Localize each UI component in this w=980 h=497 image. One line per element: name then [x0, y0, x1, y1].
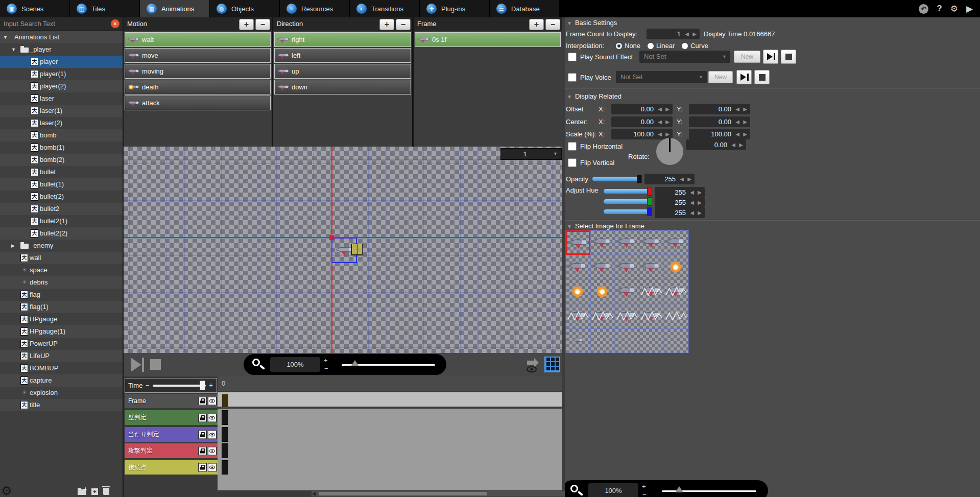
frame-image-cell[interactable]	[615, 279, 639, 304]
search-input[interactable]	[3, 18, 102, 29]
timeline-marker[interactable]	[222, 394, 228, 408]
tree-item-laser[interactable]: 大laser	[0, 92, 123, 105]
eye-button[interactable]	[208, 446, 217, 455]
motion-item-attack[interactable]: attack	[125, 96, 271, 110]
frame-image-cell[interactable]	[590, 255, 615, 279]
tab-scenes[interactable]: ▣Scenes	[0, 0, 70, 17]
spin-right-icon[interactable]: ▶	[743, 131, 747, 137]
frame-add-button[interactable]: +	[529, 19, 544, 30]
tracks-lane[interactable]	[218, 409, 562, 490]
frame-image-cell[interactable]	[615, 328, 639, 353]
flip-horizontal-checkbox[interactable]	[568, 142, 577, 151]
spin-right-icon[interactable]: ▶	[665, 131, 670, 137]
tree-item-title[interactable]: 大title	[0, 399, 123, 411]
tree-item-enemy[interactable]: ▶_enemy	[0, 240, 123, 252]
spin-left-icon[interactable]: ◀	[735, 106, 739, 112]
tree-item-player[interactable]: 大player	[0, 56, 123, 68]
tree-item-bullet2[interactable]: 大bullet2	[0, 203, 123, 215]
direction-item-up[interactable]: up	[274, 64, 411, 79]
direction-item-down[interactable]: down	[274, 80, 411, 94]
tree-item-bombup[interactable]: 大BOMBUP	[0, 362, 123, 374]
tree-item-bomb-1[interactable]: 大bomb(1)	[0, 141, 123, 154]
interpolation-option-none[interactable]: None	[616, 42, 640, 50]
sound-new-button[interactable]: New	[734, 51, 760, 63]
spin-left-icon[interactable]: ◀	[680, 176, 684, 182]
motion-item-move[interactable]: move	[125, 48, 271, 63]
frame-image-cell[interactable]	[639, 328, 664, 353]
tab-tiles[interactable]: ◫Tiles	[70, 0, 140, 17]
direction-item-left[interactable]: left	[274, 48, 411, 63]
play-button[interactable]	[131, 358, 141, 372]
zoom-out-button[interactable]: −	[324, 365, 328, 372]
tree-item-wall[interactable]: 大wall	[0, 252, 123, 264]
tab-database[interactable]: ☰Database	[490, 0, 560, 17]
spin-right-icon[interactable]: ▶	[687, 176, 691, 182]
eye-button[interactable]	[208, 413, 217, 422]
frame-item-0s-1f[interactable]: 0s 1f	[415, 32, 561, 47]
spin-left-icon[interactable]: ◀	[685, 31, 689, 37]
frame-image-cell[interactable]	[639, 255, 664, 279]
tree-item-animations-list[interactable]: ▼Animations List	[0, 31, 123, 43]
add-folder-button[interactable]	[78, 489, 86, 495]
track-[interactable]: 当たり判定	[125, 427, 218, 442]
radio-icon[interactable]	[616, 43, 622, 49]
hue-slider-2[interactable]	[604, 209, 652, 214]
spin-left-icon[interactable]: ◀	[658, 131, 662, 137]
spin-left-icon[interactable]: ◀	[658, 106, 662, 112]
motion-item-death[interactable]: death	[125, 80, 271, 94]
tab-objects[interactable]: ◍Objects	[210, 0, 280, 17]
sound-effect-dropdown[interactable]: Not Set ▼	[639, 51, 730, 63]
add-animation-button[interactable]: +	[91, 488, 98, 495]
timeline-ruler[interactable]: 0	[218, 376, 562, 391]
tree-item-capture[interactable]: 大capture	[0, 374, 123, 387]
caret-right-icon[interactable]: ▶	[11, 240, 15, 252]
animation-canvas[interactable]: 1 ▼	[124, 147, 562, 353]
frame-image-cell[interactable]	[590, 279, 615, 304]
tree-item-flag[interactable]: 大flag	[0, 289, 123, 301]
direction-add-button[interactable]: +	[379, 19, 394, 30]
opacity-field[interactable]: 255◀▶	[644, 174, 695, 184]
opacity-slider-handle[interactable]	[637, 175, 642, 183]
frame-image-cell[interactable]	[590, 230, 615, 255]
time-scale-track[interactable]	[153, 385, 206, 387]
spin-right-icon[interactable]: ▶	[743, 119, 747, 125]
timeline-marker[interactable]	[222, 460, 228, 475]
play-voice-checkbox[interactable]	[568, 73, 577, 82]
spin-right-icon[interactable]: ▶	[739, 142, 743, 148]
tree-item-laser-1[interactable]: 大laser(1)	[0, 105, 123, 117]
onion-skin-icon[interactable]	[525, 356, 542, 373]
rotate-knob[interactable]	[656, 138, 683, 165]
spin-left-icon[interactable]: ◀	[690, 200, 694, 205]
direction-remove-button[interactable]: −	[396, 19, 411, 30]
undo-button[interactable]: ↶	[919, 4, 928, 14]
tree-item-player[interactable]: ▼_player	[0, 43, 123, 56]
tree-item-bomb[interactable]: 大bomb	[0, 129, 123, 141]
frame-count-field[interactable]: 1 ◀ ▶	[647, 29, 700, 39]
spin-right-icon[interactable]: ▶	[665, 119, 670, 125]
spin-right-icon[interactable]: ▶	[665, 106, 670, 112]
tree-item-player-1[interactable]: 大player(1)	[0, 68, 123, 80]
hue-slider-handle[interactable]	[647, 207, 652, 216]
collision-box-handle[interactable]	[351, 244, 363, 255]
frame-remove-button[interactable]: −	[545, 19, 560, 30]
stop-button[interactable]	[150, 359, 161, 370]
spin-right-icon[interactable]: ▶	[698, 200, 702, 205]
play-sound-checkbox[interactable]	[568, 53, 577, 61]
spin-right-icon[interactable]: ▶	[692, 31, 697, 37]
motion-remove-button[interactable]: −	[255, 19, 270, 30]
voice-dropdown[interactable]: Not Set ▼	[616, 71, 707, 83]
tree-item-hpgauge-1[interactable]: 大HPgauge(1)	[0, 325, 123, 338]
tree-item-space[interactable]: ✳space	[0, 264, 123, 276]
tree-item-hpgauge[interactable]: 大HPgauge	[0, 313, 123, 325]
frame-image-cell[interactable]	[639, 304, 664, 328]
tab-animations[interactable]: ▦Animations	[140, 0, 210, 17]
search-clear-icon[interactable]: ✕	[111, 19, 119, 28]
opacity-slider[interactable]	[592, 177, 642, 181]
scroll-left-icon[interactable]	[313, 492, 316, 496]
hue-slider-1[interactable]	[604, 199, 652, 204]
frame-select-dropdown[interactable]: 1 ▼	[500, 148, 562, 160]
tree-item-flag-1[interactable]: 大flag(1)	[0, 301, 123, 313]
frame-image-cell[interactable]	[566, 328, 590, 353]
time-scale-plus[interactable]: +	[209, 378, 213, 392]
scale-y-field[interactable]: 100.00◀▶	[689, 129, 750, 139]
